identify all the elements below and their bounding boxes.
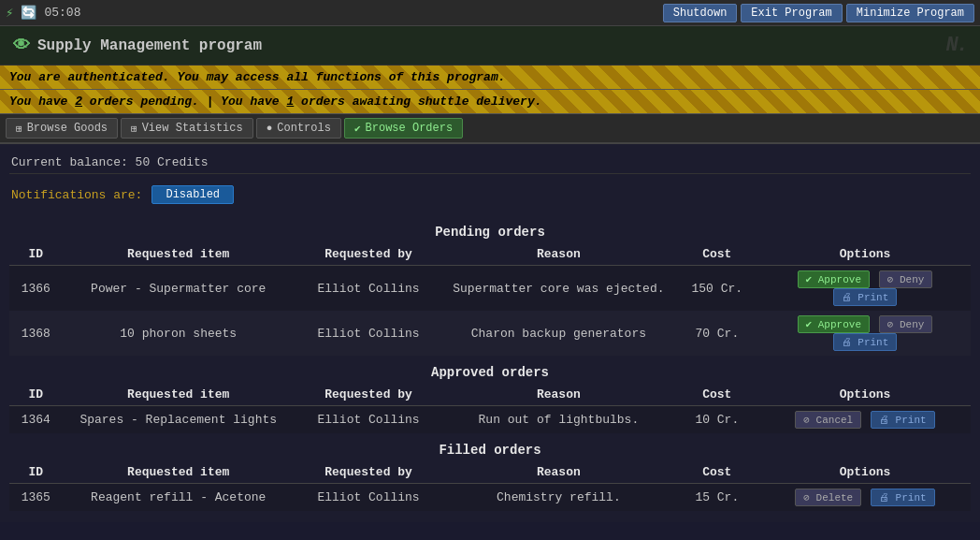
tab-statistics-label: View Statistics (142, 122, 243, 135)
pending-row-reason: Charon backup generators (442, 311, 675, 356)
approved-order-row: 1364 Spares - Replacement lights Elliot … (9, 406, 971, 434)
app-icon: 👁 (13, 36, 30, 55)
balance-text: Current balance: 50 Credits (11, 155, 209, 169)
pending-row-item: Power - Supermatter core (62, 266, 295, 312)
exit-button[interactable]: Exit Program (741, 4, 842, 22)
approved-orders-section: Approved orders ID Requested item Reques… (9, 359, 971, 433)
refresh-icon: 🔄 (21, 5, 36, 21)
pending-col-reason: Reason (442, 243, 675, 266)
print-button[interactable]: 🖨 Print (871, 489, 935, 506)
filled-orders-table: ID Requested item Requested by Reason Co… (9, 461, 971, 511)
approved-col-id: ID (9, 384, 62, 406)
app-title-text: Supply Management program (37, 37, 262, 54)
orders-banner: You have 2 orders pending. | You have 1 … (0, 90, 980, 114)
print-button[interactable]: 🖨 Print (871, 411, 935, 429)
approved-row-options: ⊘ Cancel 🖨 Print (759, 406, 971, 434)
tab-browse-goods[interactable]: ⊞ Browse Goods (6, 118, 118, 139)
tab-browse-goods-label: Browse Goods (27, 122, 108, 135)
delete-button[interactable]: ⊘ Delete (795, 489, 861, 506)
pending-row-cost: 150 Cr. (675, 266, 759, 312)
print-button[interactable]: 🖨 Print (833, 288, 898, 306)
pending-row-reason: Supermatter core was ejected. (442, 266, 675, 312)
filled-row-reqby: Elliot Collins (295, 484, 442, 512)
pending-col-cost: Cost (675, 243, 759, 266)
approved-row-item: Spares - Replacement lights (62, 406, 295, 434)
tab-controls[interactable]: ● Controls (256, 118, 341, 139)
filled-row-item: Reagent refill - Acetone (62, 484, 295, 512)
filled-col-options: Options (759, 461, 971, 484)
pending-col-options: Options (759, 243, 971, 266)
deny-button[interactable]: ⊘ Deny (879, 270, 933, 288)
tab-browse-orders[interactable]: ✔ Browse Orders (344, 118, 463, 139)
pending-row-cost: 70 Cr. (675, 311, 759, 356)
orders-banner-text: You have 2 orders pending. | You have 1 … (9, 95, 542, 109)
pending-orders-title: Pending orders (9, 219, 971, 243)
filled-col-id: ID (9, 461, 62, 484)
pending-row-reqby: Elliot Collins (295, 266, 442, 312)
approve-button[interactable]: ✔ Approve (798, 315, 870, 333)
power-icon: ⚡ (6, 5, 13, 21)
filled-row-options: ⊘ Delete 🖨 Print (759, 484, 971, 512)
tab-browse-orders-label: Browse Orders (366, 122, 454, 135)
balance-bar: Current balance: 50 Credits (9, 152, 971, 174)
cancel-button[interactable]: ⊘ Cancel (795, 411, 861, 429)
approved-col-cost: Cost (675, 384, 759, 406)
pending-row-options: ✔ Approve ⊘ Deny 🖨 Print (759, 266, 971, 312)
filled-row-reason: Chemistry refill. (442, 484, 675, 512)
pending-col-reqby: Requested by (295, 243, 442, 266)
app-header: 👁 Supply Management program N. (0, 26, 980, 66)
titlebar-buttons: Shutdown Exit Program Minimize Program (663, 4, 974, 22)
clock-display: 05:08 (44, 6, 80, 20)
approved-row-cost: 10 Cr. (675, 406, 759, 434)
app-logo: N. (946, 34, 967, 57)
auth-text: You are authenticated. You may access al… (9, 70, 506, 84)
approved-row-id: 1364 (9, 406, 62, 434)
pending-col-item: Requested item (62, 243, 295, 266)
tab-statistics[interactable]: ⊞ View Statistics (121, 118, 253, 139)
pending-row-item: 10 phoron sheets (62, 311, 295, 356)
pending-col-id: ID (9, 243, 62, 266)
filled-row-id: 1365 (9, 484, 62, 512)
notifications-bar: Notifications are: Disabled (9, 182, 971, 208)
filled-col-cost: Cost (675, 461, 759, 484)
titlebar-left: ⚡ 🔄 05:08 (6, 5, 80, 21)
controls-icon: ● (267, 123, 273, 134)
statistics-icon: ⊞ (131, 123, 137, 135)
approved-row-reqby: Elliot Collins (295, 406, 442, 434)
filled-orders-title: Filled orders (9, 437, 971, 461)
filled-col-reqby: Requested by (295, 461, 442, 484)
approved-col-reason: Reason (442, 384, 675, 406)
pending-orders-table: ID Requested item Requested by Reason Co… (9, 243, 971, 356)
approved-orders-table: ID Requested item Requested by Reason Co… (9, 384, 971, 433)
app-title: 👁 Supply Management program (13, 36, 262, 55)
tab-controls-label: Controls (277, 122, 331, 135)
print-button[interactable]: 🖨 Print (833, 333, 898, 351)
notifications-status[interactable]: Disabled (151, 185, 234, 204)
browse-orders-icon: ✔ (354, 123, 361, 135)
filled-orders-section: Filled orders ID Requested item Requeste… (9, 437, 971, 511)
pending-order-row: 1366 Power - Supermatter core Elliot Col… (9, 266, 971, 312)
approve-button[interactable]: ✔ Approve (798, 270, 870, 288)
approved-col-options: Options (759, 384, 971, 406)
filled-row-cost: 15 Cr. (675, 484, 759, 512)
notifications-label: Notifications are: (11, 188, 142, 202)
pending-row-reqby: Elliot Collins (295, 311, 442, 356)
filled-col-item: Requested item (62, 461, 295, 484)
tabbar: ⊞ Browse Goods ⊞ View Statistics ● Contr… (0, 114, 980, 144)
approved-row-reason: Run out of lightbulbs. (442, 406, 675, 434)
main-content: Current balance: 50 Credits Notification… (0, 144, 980, 522)
titlebar: ⚡ 🔄 05:08 Shutdown Exit Program Minimize… (0, 0, 980, 26)
auth-banner: You are authenticated. You may access al… (0, 66, 980, 90)
pending-row-options: ✔ Approve ⊘ Deny 🖨 Print (759, 311, 971, 356)
approved-col-reqby: Requested by (295, 384, 442, 406)
pending-orders-section: Pending orders ID Requested item Request… (9, 219, 971, 356)
pending-row-id: 1368 (9, 311, 62, 356)
shutdown-button[interactable]: Shutdown (663, 4, 738, 22)
deny-button[interactable]: ⊘ Deny (879, 315, 933, 333)
filled-col-reason: Reason (442, 461, 675, 484)
approved-col-item: Requested item (62, 384, 295, 406)
pending-order-row: 1368 10 phoron sheets Elliot Collins Cha… (9, 311, 971, 356)
approved-orders-title: Approved orders (9, 359, 971, 384)
filled-order-row: 1365 Reagent refill - Acetone Elliot Col… (9, 484, 971, 512)
minimize-button[interactable]: Minimize Program (846, 4, 974, 22)
